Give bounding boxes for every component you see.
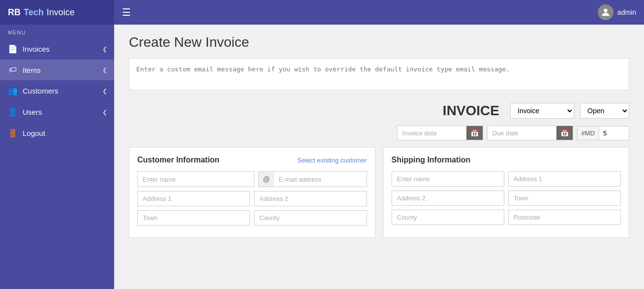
sidebar-item-users[interactable]: 👤 Users ❮ bbox=[0, 101, 114, 123]
customer-address1-row bbox=[137, 191, 367, 206]
shipping-panel: Shipping Information bbox=[383, 147, 630, 238]
email-message-area bbox=[129, 58, 629, 90]
customer-panel-title: Customer Information bbox=[137, 156, 219, 164]
sidebar-item-logout-label: Logout bbox=[23, 129, 45, 137]
svg-point-0 bbox=[604, 9, 607, 12]
page-title: Create New Invoice bbox=[129, 34, 629, 50]
customer-panel: Customer Information Select existing cus… bbox=[129, 147, 375, 238]
logout-icon: 🚪 bbox=[8, 128, 18, 138]
customer-name-input[interactable] bbox=[137, 171, 254, 187]
invoice-number-group: #MD bbox=[577, 126, 629, 140]
customer-county-input[interactable] bbox=[254, 210, 367, 225]
due-date-group: 📅 bbox=[487, 126, 573, 140]
user-menu[interactable]: admin bbox=[598, 4, 636, 20]
chevron-icon: ❮ bbox=[102, 109, 107, 116]
chevron-icon: ❮ bbox=[102, 66, 107, 73]
customer-address1-input[interactable] bbox=[137, 191, 250, 206]
invoices-icon: 📄 bbox=[8, 44, 18, 54]
brand: RB Tech Invoice bbox=[0, 0, 114, 25]
sidebar-item-invoices-label: Invoices bbox=[23, 45, 50, 53]
brand-invoice: Invoice bbox=[47, 7, 75, 18]
invoice-type-select[interactable]: Invoice Quote Credit Note bbox=[510, 103, 574, 119]
users-icon: 👤 bbox=[8, 107, 18, 117]
invoice-number-input[interactable] bbox=[599, 127, 629, 140]
chevron-icon: ❮ bbox=[102, 88, 107, 95]
sidebar-item-logout[interactable]: 🚪 Logout bbox=[0, 123, 114, 144]
shipping-address2-row bbox=[392, 191, 621, 206]
shipping-panel-header: Shipping Information bbox=[392, 156, 621, 164]
shipping-county-input[interactable] bbox=[392, 210, 504, 225]
shipping-name-row bbox=[392, 171, 621, 187]
invoice-date-group: 📅 bbox=[397, 126, 483, 140]
email-wrap: @ bbox=[258, 171, 367, 187]
invoice-header: INVOICE Invoice Quote Credit Note Open P… bbox=[114, 98, 644, 126]
customer-name-row: @ bbox=[137, 171, 367, 187]
page-header: Create New Invoice bbox=[114, 25, 644, 58]
customer-panel-header: Customer Information Select existing cus… bbox=[137, 156, 367, 164]
sidebar-item-users-label: Users bbox=[23, 108, 42, 116]
shipping-name-input[interactable] bbox=[392, 171, 504, 187]
customers-icon: 👥 bbox=[8, 86, 18, 96]
sidebar-item-customers-label: Customers bbox=[23, 87, 59, 95]
invoice-number-prefix: #MD bbox=[578, 127, 599, 140]
customer-email-input[interactable] bbox=[274, 171, 367, 187]
customer-town-row bbox=[137, 210, 367, 225]
shipping-postcode-input[interactable] bbox=[508, 210, 621, 225]
sidebar-item-invoices[interactable]: 📄 Invoices ❮ bbox=[0, 38, 114, 60]
invoice-date-input[interactable] bbox=[398, 127, 466, 140]
hamburger-icon[interactable]: ☰ bbox=[122, 6, 131, 18]
shipping-address2-input[interactable] bbox=[392, 191, 504, 206]
sidebar-item-items-label: Items bbox=[23, 66, 41, 74]
brand-rb: RB bbox=[8, 7, 21, 18]
topbar: ☰ admin bbox=[114, 0, 644, 25]
user-label: admin bbox=[617, 8, 636, 16]
shipping-address1-input[interactable] bbox=[508, 171, 621, 187]
main-content: Create New Invoice INVOICE Invoice Quote… bbox=[114, 25, 644, 289]
shipping-panel-title: Shipping Information bbox=[392, 156, 471, 164]
sidebar: RB Tech Invoice MENU 📄 Invoices ❮ 🏷 Item… bbox=[0, 0, 114, 289]
email-message-input[interactable] bbox=[129, 59, 629, 88]
customer-town-input[interactable] bbox=[137, 210, 250, 225]
invoice-dates: 📅 📅 #MD bbox=[114, 126, 644, 147]
sidebar-item-customers[interactable]: 👥 Customers ❮ bbox=[0, 80, 114, 101]
due-date-calendar-button[interactable]: 📅 bbox=[556, 126, 573, 140]
items-icon: 🏷 bbox=[8, 65, 18, 74]
shipping-town-input[interactable] bbox=[508, 191, 621, 206]
invoice-label: INVOICE bbox=[443, 103, 499, 119]
menu-label: MENU bbox=[0, 25, 114, 38]
panels-row: Customer Information Select existing cus… bbox=[114, 147, 644, 238]
chevron-icon: ❮ bbox=[102, 46, 107, 53]
shipping-county-row bbox=[392, 210, 621, 225]
select-existing-customer-link[interactable]: Select existing customer bbox=[298, 157, 367, 164]
due-date-input[interactable] bbox=[488, 127, 556, 140]
invoice-status-select[interactable]: Open Paid Draft bbox=[580, 103, 629, 119]
brand-tech: Tech bbox=[24, 7, 44, 18]
customer-address2-input[interactable] bbox=[254, 191, 367, 206]
sidebar-item-items[interactable]: 🏷 Items ❮ bbox=[0, 60, 114, 80]
invoice-date-calendar-button[interactable]: 📅 bbox=[466, 126, 483, 140]
avatar bbox=[598, 4, 613, 20]
at-symbol: @ bbox=[258, 171, 274, 187]
